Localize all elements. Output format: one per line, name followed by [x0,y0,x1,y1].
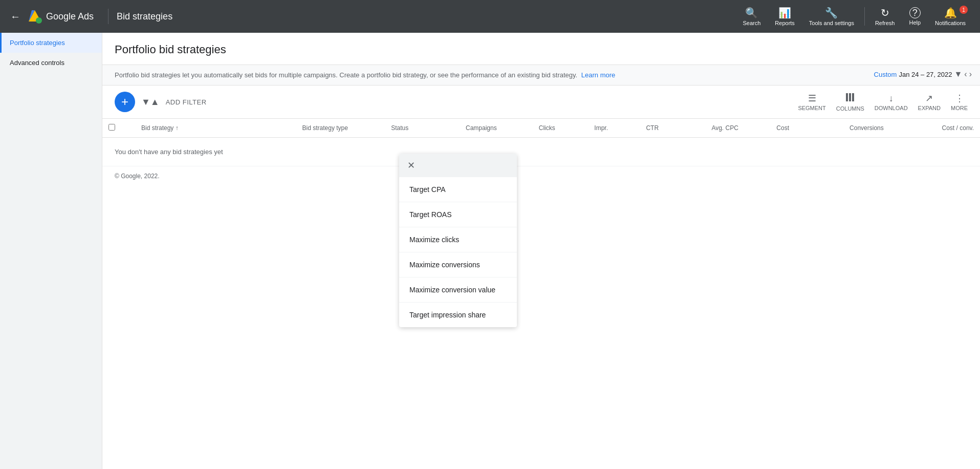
nav-separator [864,7,865,26]
th-conversions-label: Conversions [850,124,884,132]
th-ctr: CTR [614,119,665,138]
svg-point-2 [36,17,42,24]
logo: Google Ads [27,8,100,25]
download-icon: ↓ [889,93,894,104]
th-cost-label: Cost [776,124,789,132]
add-filter-button[interactable]: ADD FILTER [166,98,207,106]
empty-state-message: You don't have any bid strategies yet [115,148,223,156]
dropdown-close-row[interactable]: ✕ [399,154,517,177]
th-campaigns-label: Campaigns [466,124,497,132]
th-avg-cpc-label: Avg. CPC [711,124,738,132]
notification-badge: 1 [960,6,968,14]
columns-label: COLUMNS [836,105,864,112]
nav-refresh-label: Refresh [875,20,895,26]
date-custom-label: Custom [874,71,897,78]
th-status-label: Status [391,124,408,132]
dropdown-item-target-roas[interactable]: Target ROAS [399,202,517,227]
th-bid-strategy-type: Bid strategy type [236,119,354,138]
th-bid-strategy-label: Bid strategy [141,124,173,132]
dropdown-item-target-cpa[interactable]: Target CPA [399,177,517,202]
sidebar-item-advanced-label: Advanced controls [10,59,64,67]
page-header: Portfolio bid strategies [102,33,980,65]
tools-icon: 🔧 [825,7,838,19]
segment-icon: ☰ [808,93,816,104]
notifications-icon: 🔔 [944,7,957,19]
nav-tools-label: Tools and settings [809,20,854,26]
sidebar-item-portfolio-strategies[interactable]: Portfolio strategies [0,33,102,53]
app-name: Google Ads [46,11,94,22]
nav-help[interactable]: ? Help [903,5,927,28]
nav-reports[interactable]: 📊 Reports [769,5,801,28]
th-ctr-label: CTR [646,124,659,132]
dropdown-item-maximize-conversion-value-label: Maximize conversion value [409,286,495,294]
dropdown-item-maximize-conversion-value[interactable]: Maximize conversion value [399,278,517,303]
th-bid-strategy[interactable]: Bid strategy ↑ [135,119,236,138]
nav-notifications-label: Notifications [935,20,966,26]
dropdown-item-maximize-conversions[interactable]: Maximize conversions [399,252,517,278]
dropdown-item-maximize-clicks[interactable]: Maximize clicks [399,227,517,252]
date-prev-arrow[interactable]: ‹ [964,70,967,79]
sort-arrow-icon: ↑ [176,124,179,132]
search-icon: 🔍 [745,7,758,19]
refresh-icon: ↻ [881,7,889,19]
more-label: MORE [951,105,968,111]
segment-button[interactable]: ☰ SEGMENT [798,93,825,111]
nav-divider [108,9,108,24]
th-checkbox [102,119,123,138]
th-campaigns: Campaigns [415,119,503,138]
th-conversions: Conversions [795,119,890,138]
filter-icon[interactable]: ▼▲ [141,97,160,108]
segment-label: SEGMENT [798,105,825,111]
more-button[interactable]: ⋮ MORE [951,93,968,111]
th-status: Status [354,119,415,138]
reports-icon: 📊 [778,7,791,19]
table-header-row: Bid strategy ↑ Bid strategy type Status … [102,119,980,138]
back-button[interactable]: ← [8,9,23,25]
help-icon: ? [909,7,921,18]
footer-text: © Google, 2022. [115,173,160,180]
dropdown-item-target-roas-label: Target ROAS [409,210,451,219]
download-button[interactable]: ↓ DOWNLOAD [875,93,908,111]
nav-reports-label: Reports [775,20,795,26]
nav-notifications[interactable]: 🔔 1 Notifications [929,5,972,28]
th-status-dot [123,119,135,138]
th-cost-per-conv: Cost / conv. [890,119,980,138]
learn-more-link[interactable]: Learn more [581,71,615,79]
nav-page-title: Bid strategies [117,11,172,22]
nav-refresh[interactable]: ↻ Refresh [869,5,901,28]
bid-strategies-table: Bid strategy ↑ Bid strategy type Status … [102,119,980,166]
date-picker[interactable]: Custom Jan 24 – 27, 2022 ▼ ‹ › [874,70,972,79]
date-next-arrow[interactable]: › [969,70,972,79]
th-bid-strategy-type-label: Bid strategy type [302,124,348,132]
th-cost-per-conv-label: Cost / conv. [942,124,974,132]
dropdown-item-target-impression-share-label: Target impression share [409,311,486,319]
info-text: Portfolio bid strategies let you automat… [115,71,577,79]
th-clicks: Clicks [503,119,561,138]
columns-button[interactable]: COLUMNS [836,93,864,112]
svg-rect-4 [849,93,851,101]
date-dropdown-arrow[interactable]: ▼ [954,70,963,79]
nav-help-label: Help [909,19,921,26]
main-content: Portfolio bid strategies Portfolio bid s… [102,33,980,469]
nav-tools[interactable]: 🔧 Tools and settings [803,5,860,28]
sidebar-item-portfolio-label: Portfolio strategies [10,39,65,47]
nav-search-label: Search [743,20,760,26]
dropdown-item-target-impression-share[interactable]: Target impression share [399,303,517,327]
add-button[interactable]: + [115,92,135,112]
dropdown-item-maximize-clicks-label: Maximize clicks [409,236,459,244]
google-ads-logo-icon [27,8,43,25]
expand-icon: ↗ [925,93,933,104]
bid-strategy-dropdown: ✕ Target CPA Target ROAS Maximize clicks… [399,154,517,327]
download-label: DOWNLOAD [875,105,908,111]
page-title: Portfolio bid strategies [115,43,968,56]
expand-label: EXPAND [918,105,941,111]
nav-actions: 🔍 Search 📊 Reports 🔧 Tools and settings … [736,5,972,28]
close-icon[interactable]: ✕ [407,160,415,171]
sidebar-item-advanced-controls[interactable]: Advanced controls [0,53,102,73]
dropdown-item-maximize-conversions-label: Maximize conversions [409,261,480,269]
expand-button[interactable]: ↗ EXPAND [918,93,941,111]
info-bar: Portfolio bid strategies let you automat… [102,65,980,86]
select-all-checkbox[interactable] [108,124,115,131]
toolbar-actions: ☰ SEGMENT COLUMNS ↓ DOWNLOAD ↗ [798,93,968,112]
nav-search[interactable]: 🔍 Search [736,5,767,28]
